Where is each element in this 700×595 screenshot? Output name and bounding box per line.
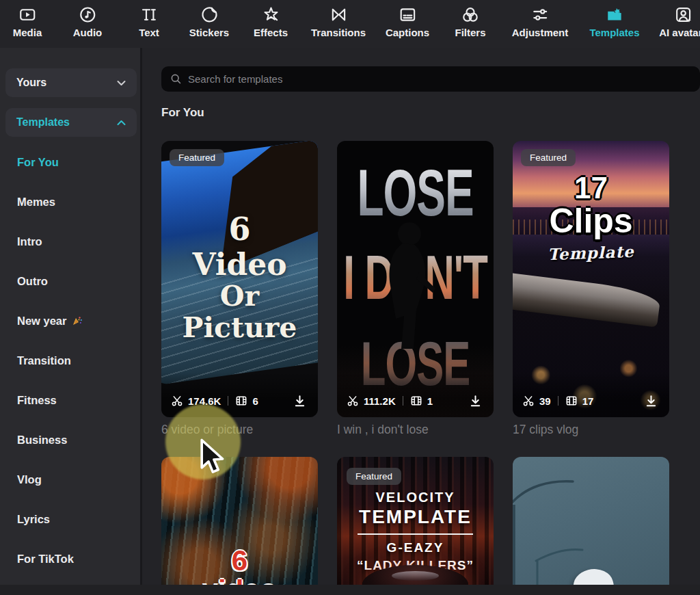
card-art-text: 6 Video Or Picture bbox=[161, 212, 318, 344]
tab-text[interactable]: Text bbox=[139, 5, 159, 38]
sidebar: Yours Templates For You Memes Intro Outr… bbox=[0, 48, 142, 585]
template-card-i-win-i-dont-lose[interactable]: LOSE I DON'T LOSE 111.2K 1 bbox=[337, 141, 494, 417]
adjustment-icon bbox=[531, 5, 550, 24]
tab-label: Effects bbox=[254, 27, 288, 38]
category-label: Vlog bbox=[17, 473, 42, 486]
sidebar-item-fitness[interactable]: Fitness bbox=[0, 380, 140, 420]
templates-panel: For You 6 Video Or Picture Featured 174.… bbox=[144, 48, 700, 585]
search-input[interactable] bbox=[188, 73, 691, 85]
card-art-text: TEMPLATE bbox=[337, 506, 494, 528]
template-card-blue-scene[interactable] bbox=[513, 457, 669, 594]
sidebar-item-business[interactable]: Business bbox=[0, 420, 140, 460]
stickers-icon bbox=[200, 5, 219, 24]
sidebar-item-vlog[interactable]: Vlog bbox=[0, 460, 140, 499]
tab-filters[interactable]: Filters bbox=[455, 5, 485, 38]
card-art-text: 6 bbox=[161, 544, 318, 577]
tab-label: Templates bbox=[589, 27, 639, 38]
category-label: Transition bbox=[17, 354, 71, 367]
featured-badge: Featured bbox=[521, 149, 576, 166]
featured-badge: Featured bbox=[347, 468, 401, 485]
card-art-text: G-EAZY bbox=[337, 540, 494, 555]
tab-captions[interactable]: Captions bbox=[386, 5, 429, 38]
top-toolbar: Media Audio Text Stickers Effects Transi… bbox=[0, 0, 700, 48]
stat-divider bbox=[228, 396, 228, 406]
card-art-text: Clips bbox=[513, 201, 669, 241]
sidebar-item-outro[interactable]: Outro bbox=[0, 261, 140, 301]
chevron-up-icon bbox=[117, 120, 126, 126]
tab-effects[interactable]: Effects bbox=[254, 5, 288, 38]
uses-count: 39 bbox=[539, 395, 551, 407]
template-card-6-video-or-picture[interactable]: 6 Video Or Picture Featured 174.6K 6 bbox=[161, 141, 318, 417]
card-art-text: 17 bbox=[513, 171, 669, 205]
templates-dropdown[interactable]: Templates bbox=[5, 108, 137, 137]
uses-icon bbox=[347, 395, 359, 407]
search-bar bbox=[161, 66, 700, 92]
sidebar-item-transition[interactable]: Transition bbox=[0, 341, 140, 380]
sidebar-item-for-tiktok[interactable]: For TikTok bbox=[0, 539, 140, 579]
featured-badge: Featured bbox=[170, 149, 224, 166]
tab-adjustment[interactable]: Adjustment bbox=[512, 5, 569, 38]
category-list: For You Memes Intro Outro New year Trans… bbox=[0, 142, 140, 579]
card-stats: 39 17 bbox=[513, 372, 669, 417]
clips-icon bbox=[565, 395, 578, 407]
tab-transitions[interactable]: Transitions bbox=[311, 5, 366, 38]
tab-label: Captions bbox=[386, 27, 429, 38]
tab-label: Text bbox=[139, 27, 159, 38]
section-title: For You bbox=[161, 106, 204, 120]
sidebar-item-intro[interactable]: Intro bbox=[0, 222, 140, 261]
sidebar-item-new-year[interactable]: New year bbox=[0, 301, 140, 341]
tab-stickers[interactable]: Stickers bbox=[189, 5, 229, 38]
captions-icon bbox=[398, 5, 416, 24]
category-label: Intro bbox=[17, 235, 42, 248]
media-icon bbox=[18, 5, 36, 24]
tab-label: Stickers bbox=[189, 27, 229, 38]
download-button[interactable] bbox=[291, 393, 308, 410]
party-popper-icon bbox=[71, 315, 83, 327]
tab-ai-avatars[interactable]: AI avatars bbox=[659, 5, 700, 38]
bottom-panel-edge bbox=[0, 585, 700, 595]
stat-divider bbox=[558, 396, 558, 406]
category-label: For You bbox=[17, 156, 59, 169]
cruise-ship-art bbox=[513, 272, 662, 327]
stat-divider bbox=[403, 396, 403, 406]
card-caption: 17 clips vlog bbox=[513, 423, 669, 437]
card-caption: I win , i don't lose bbox=[337, 423, 494, 437]
category-label: New year bbox=[17, 315, 66, 328]
clips-icon bbox=[235, 395, 247, 407]
text-icon bbox=[139, 5, 158, 24]
uses-icon bbox=[522, 395, 535, 407]
sidebar-item-memes[interactable]: Memes bbox=[0, 182, 140, 222]
tab-label: AI avatars bbox=[659, 27, 700, 38]
tab-label: Transitions bbox=[311, 27, 366, 38]
download-button[interactable] bbox=[643, 393, 660, 410]
clips-icon bbox=[410, 395, 422, 407]
category-label: Outro bbox=[17, 275, 48, 288]
yours-label: Yours bbox=[16, 77, 46, 89]
tab-templates[interactable]: Templates bbox=[589, 5, 639, 38]
template-card-velocity-template[interactable]: Featured VELOCITY TEMPLATE G-EAZY “LADY … bbox=[337, 457, 494, 594]
sidebar-item-for-you[interactable]: For You bbox=[0, 142, 140, 182]
template-card-17-clips-vlog[interactable]: 17 Clips Template Featured 39 17 bbox=[513, 141, 669, 417]
tab-audio[interactable]: Audio bbox=[73, 5, 103, 38]
card-art-text: VELOCITY bbox=[337, 490, 494, 505]
audio-icon bbox=[79, 5, 97, 24]
yours-dropdown[interactable]: Yours bbox=[5, 68, 137, 97]
download-button[interactable] bbox=[467, 393, 484, 410]
effects-icon bbox=[262, 5, 280, 24]
card-art-text: Template bbox=[513, 241, 669, 265]
template-card-6-video-city[interactable]: 6 video bbox=[161, 457, 318, 594]
templates-icon bbox=[606, 5, 624, 24]
uses-icon bbox=[171, 395, 183, 407]
card-caption: 6 video or picture bbox=[161, 423, 318, 437]
tab-label: Filters bbox=[455, 27, 485, 38]
tab-label: Adjustment bbox=[512, 27, 569, 38]
tab-label: Media bbox=[13, 27, 42, 38]
sidebar-item-lyrics[interactable]: Lyrics bbox=[0, 499, 140, 539]
category-label: Business bbox=[17, 434, 67, 447]
person-silhouette-art bbox=[373, 217, 444, 358]
card-art-text: LOSE bbox=[337, 160, 494, 226]
divider-line-art bbox=[358, 533, 473, 535]
tab-media[interactable]: Media bbox=[13, 5, 42, 38]
category-label: Lyrics bbox=[17, 513, 50, 526]
category-label: Fitness bbox=[17, 394, 57, 407]
